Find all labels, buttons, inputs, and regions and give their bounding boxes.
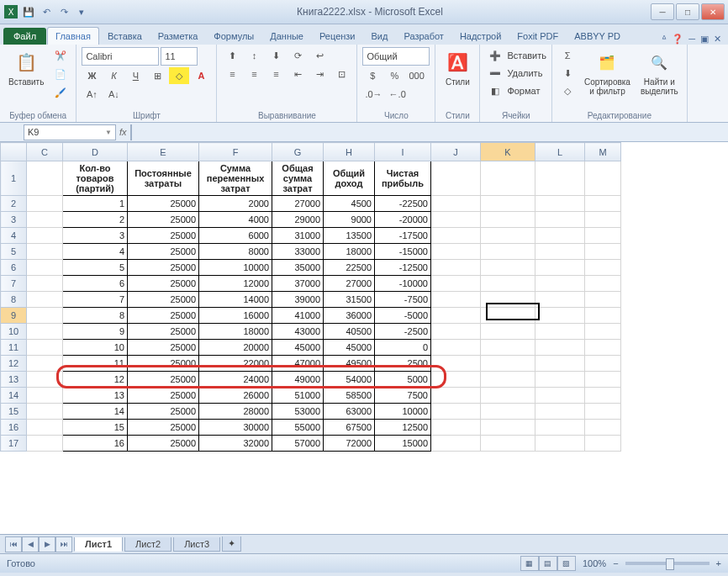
data-cell[interactable]: 25000 — [128, 404, 199, 420]
merge-icon[interactable]: ⊡ — [331, 66, 351, 82]
new-sheet-icon[interactable]: ✦ — [222, 536, 241, 552]
italic-button[interactable]: К — [103, 67, 124, 84]
fill-color-button[interactable]: ◇ — [169, 67, 189, 84]
data-cell[interactable]: 13500 — [324, 228, 375, 244]
data-cell[interactable]: -5000 — [375, 308, 431, 324]
row-header-8[interactable]: 8 — [1, 292, 27, 308]
col-header-G[interactable]: G — [272, 143, 324, 161]
table-header[interactable]: Общаясуммазатрат — [272, 161, 324, 196]
data-tab[interactable]: Данные — [262, 28, 311, 45]
data-cell[interactable]: 53000 — [272, 404, 324, 420]
sheet-tab-2[interactable]: Лист2 — [124, 537, 171, 552]
row-header-14[interactable]: 14 — [1, 388, 27, 404]
table-header[interactable]: Чистаяприбыль — [375, 161, 431, 196]
doc-restore-icon[interactable]: ▣ — [700, 34, 709, 45]
data-cell[interactable]: 10 — [63, 340, 128, 356]
data-cell[interactable]: 4 — [63, 244, 128, 260]
data-cell[interactable]: 49500 — [324, 356, 375, 372]
data-cell[interactable]: 31500 — [324, 292, 375, 308]
data-cell[interactable]: 9 — [63, 324, 128, 340]
fx-icon[interactable]: fx — [119, 127, 127, 137]
home-tab[interactable]: Главная — [47, 27, 99, 45]
formula-bar[interactable] — [130, 124, 132, 140]
row-header-11[interactable]: 11 — [1, 340, 27, 356]
data-cell[interactable]: 25000 — [128, 276, 199, 292]
data-cell[interactable]: 25000 — [128, 196, 199, 212]
row-header-16[interactable]: 16 — [1, 420, 27, 436]
sheet-nav-next-icon[interactable]: ▶ — [39, 536, 55, 552]
data-cell[interactable]: 57000 — [272, 436, 324, 452]
name-box[interactable]: K9 ▼ — [24, 124, 116, 140]
indent-dec-icon[interactable]: ⇤ — [288, 66, 308, 82]
grow-font-icon[interactable]: A↑ — [82, 86, 102, 103]
bold-button[interactable]: Ж — [82, 67, 102, 84]
orientation-icon[interactable]: ⟳ — [288, 47, 308, 64]
data-cell[interactable]: 7500 — [375, 388, 431, 404]
row-header-4[interactable]: 4 — [1, 228, 27, 244]
data-cell[interactable]: 39000 — [272, 292, 324, 308]
row-header-2[interactable]: 2 — [1, 196, 27, 212]
data-cell[interactable]: 58500 — [324, 388, 375, 404]
data-cell[interactable]: 22000 — [199, 356, 272, 372]
data-cell[interactable]: 40500 — [324, 324, 375, 340]
data-cell[interactable]: 5 — [63, 260, 128, 276]
format-painter-icon[interactable]: 🖌️ — [50, 84, 71, 101]
data-cell[interactable]: 25000 — [128, 292, 199, 308]
data-cell[interactable]: 12 — [63, 372, 128, 388]
data-cell[interactable]: 25000 — [128, 436, 199, 452]
data-cell[interactable]: 54000 — [324, 372, 375, 388]
data-cell[interactable]: -7500 — [375, 292, 431, 308]
data-cell[interactable]: 9000 — [324, 212, 375, 228]
inc-decimal-icon[interactable]: .0→ — [362, 86, 384, 103]
dev-tab[interactable]: Разработ — [396, 28, 451, 45]
data-cell[interactable]: 5000 — [375, 372, 431, 388]
row-header-15[interactable]: 15 — [1, 404, 27, 420]
data-cell[interactable]: 36000 — [324, 308, 375, 324]
col-header-L[interactable]: L — [535, 143, 585, 161]
table-header[interactable]: Постоянныезатраты — [128, 161, 199, 196]
data-cell[interactable]: 37000 — [272, 276, 324, 292]
data-cell[interactable]: 25000 — [128, 212, 199, 228]
percent-icon[interactable]: % — [384, 67, 404, 84]
data-cell[interactable]: 16 — [63, 436, 128, 452]
copy-icon[interactable]: 📄 — [50, 66, 71, 82]
col-header-F[interactable]: F — [199, 143, 272, 161]
doc-close-icon[interactable]: ✕ — [714, 34, 721, 45]
zoom-slider[interactable] — [625, 562, 710, 565]
data-cell[interactable]: 24000 — [199, 372, 272, 388]
col-header-K[interactable]: K — [481, 143, 535, 161]
review-tab[interactable]: Рецензи — [312, 28, 363, 45]
save-icon[interactable]: 💾 — [21, 4, 36, 19]
number-format-combo[interactable]: Общий — [362, 47, 430, 66]
table-header[interactable]: Кол-вотоваров(партий) — [63, 161, 128, 196]
data-cell[interactable]: 41000 — [272, 308, 324, 324]
sheet-tab-3[interactable]: Лист3 — [173, 537, 220, 552]
row-header-12[interactable]: 12 — [1, 356, 27, 372]
col-header-I[interactable]: I — [375, 143, 431, 161]
data-cell[interactable]: 25000 — [128, 308, 199, 324]
data-cell[interactable]: 35000 — [272, 260, 324, 276]
layout-tab[interactable]: Разметка — [150, 28, 206, 45]
row-header-10[interactable]: 10 — [1, 324, 27, 340]
data-cell[interactable]: 25000 — [128, 244, 199, 260]
data-cell[interactable]: 14000 — [199, 292, 272, 308]
data-cell[interactable]: 27000 — [272, 196, 324, 212]
font-name-combo[interactable]: Calibri — [82, 47, 159, 66]
qat-dropdown-icon[interactable]: ▾ — [74, 4, 89, 19]
row-header-13[interactable]: 13 — [1, 372, 27, 388]
cut-icon[interactable]: ✂️ — [50, 47, 71, 64]
data-cell[interactable]: 25000 — [128, 420, 199, 436]
font-size-combo[interactable]: 11 — [161, 47, 198, 66]
row-header-1[interactable]: 1 — [1, 161, 27, 196]
data-cell[interactable]: 45000 — [272, 340, 324, 356]
data-cell[interactable]: 25000 — [128, 372, 199, 388]
styles-button[interactable]: 🅰️ Стили — [440, 47, 474, 88]
data-cell[interactable]: 6 — [63, 276, 128, 292]
data-cell[interactable]: -15000 — [375, 244, 431, 260]
help-icon[interactable]: ❓ — [672, 34, 683, 45]
table-header[interactable]: Суммапеременныхзатрат — [199, 161, 272, 196]
data-cell[interactable]: 4000 — [199, 212, 272, 228]
row-header-7[interactable]: 7 — [1, 276, 27, 292]
border-button[interactable]: ⊞ — [147, 67, 167, 84]
data-cell[interactable]: 15 — [63, 420, 128, 436]
